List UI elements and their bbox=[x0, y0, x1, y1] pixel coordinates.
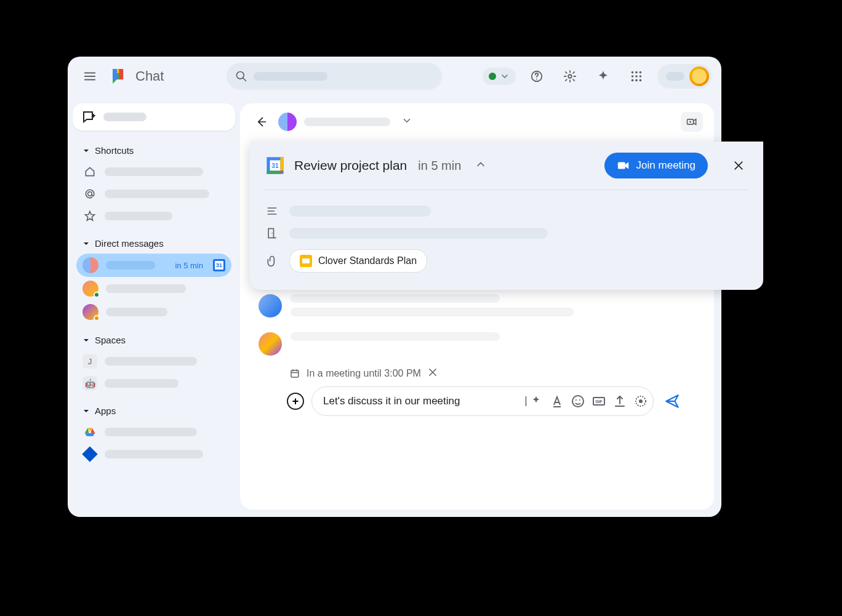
attachment-chip[interactable]: Clover Standards Plan bbox=[289, 249, 427, 273]
new-video-call-button[interactable] bbox=[681, 112, 703, 132]
help-button[interactable] bbox=[524, 64, 549, 89]
format-text-button[interactable] bbox=[550, 394, 564, 409]
location-placeholder bbox=[289, 228, 548, 239]
new-chat-label-placeholder bbox=[103, 113, 146, 121]
svg-text:GIF: GIF bbox=[595, 399, 603, 404]
status-close-button[interactable] bbox=[427, 367, 438, 380]
svg-point-12 bbox=[640, 71, 642, 74]
dm-header[interactable]: Direct messages bbox=[76, 233, 231, 254]
user-avatar bbox=[689, 66, 709, 86]
message-body bbox=[291, 294, 696, 321]
meeting-time: in 5 min bbox=[418, 159, 461, 173]
send-icon bbox=[664, 393, 680, 409]
caret-down-icon bbox=[82, 407, 90, 415]
top-bar: Chat bbox=[68, 57, 721, 96]
presence-active-icon bbox=[489, 73, 496, 80]
join-meeting-button[interactable]: Join meeting bbox=[604, 153, 708, 178]
message-row bbox=[259, 294, 696, 321]
dm-avatar bbox=[82, 304, 98, 320]
gif-button[interactable]: GIF bbox=[591, 394, 606, 409]
format-text-icon bbox=[550, 394, 564, 409]
emoji-button[interactable] bbox=[571, 394, 585, 409]
status-chip[interactable] bbox=[483, 68, 516, 85]
svg-rect-30 bbox=[281, 157, 284, 170]
meeting-attachment-row: Clover Standards Plan bbox=[265, 244, 748, 278]
new-chat-button[interactable] bbox=[73, 103, 235, 130]
message-body bbox=[291, 332, 696, 346]
dm-avatar bbox=[82, 281, 98, 297]
message-avatar bbox=[259, 332, 282, 356]
compose-add-button[interactable]: + bbox=[287, 393, 304, 410]
shortcut-label-placeholder bbox=[105, 190, 209, 198]
svg-point-9 bbox=[568, 74, 572, 78]
in-meeting-status-chip: In a meeting until 3:00 PM bbox=[289, 367, 438, 380]
meeting-description-row bbox=[265, 200, 748, 222]
meeting-title: Review project plan bbox=[294, 158, 407, 173]
svg-point-15 bbox=[640, 75, 642, 78]
chevron-down-icon bbox=[500, 71, 510, 81]
calendar-small-icon bbox=[289, 368, 300, 379]
apps-header[interactable]: Apps bbox=[76, 401, 231, 421]
space-name-placeholder bbox=[105, 379, 178, 388]
gemini-compose-button[interactable] bbox=[529, 394, 543, 409]
account-switcher[interactable] bbox=[657, 64, 712, 89]
dm-item[interactable] bbox=[76, 300, 231, 324]
video-plus-icon bbox=[686, 116, 698, 128]
record-button[interactable] bbox=[633, 394, 648, 409]
svg-point-14 bbox=[635, 75, 638, 78]
dm-label: Direct messages bbox=[95, 238, 164, 249]
new-chat-icon bbox=[81, 110, 96, 124]
main-menu-button[interactable] bbox=[78, 64, 102, 89]
compose-input[interactable]: Let's discuss it in our meeting GIF bbox=[311, 386, 654, 416]
space-avatar-letter: J bbox=[82, 354, 97, 369]
jira-icon bbox=[82, 447, 97, 462]
dm-item[interactable] bbox=[76, 277, 231, 300]
shortcuts-header[interactable]: Shortcuts bbox=[76, 140, 231, 161]
apps-label: Apps bbox=[95, 406, 116, 416]
chat-panel: 31 Review project plan in 5 min bbox=[240, 103, 714, 510]
svg-point-38 bbox=[579, 399, 580, 401]
status-text: In a meeting until 3:00 PM bbox=[307, 368, 421, 379]
svg-point-34 bbox=[271, 233, 273, 234]
back-button[interactable] bbox=[251, 112, 271, 132]
dm-item-active[interactable]: in 5 min bbox=[76, 254, 231, 277]
space-item[interactable]: 🤖 bbox=[76, 372, 231, 394]
account-label-placeholder bbox=[666, 72, 684, 81]
chat-menu-button[interactable] bbox=[401, 115, 412, 129]
spaces-header[interactable]: Spaces bbox=[76, 330, 231, 350]
svg-point-11 bbox=[635, 71, 638, 74]
app-item-drive[interactable] bbox=[76, 421, 231, 443]
app-item-jira[interactable] bbox=[76, 443, 231, 465]
slides-icon bbox=[300, 255, 312, 267]
svg-point-13 bbox=[632, 75, 634, 78]
gemini-button[interactable] bbox=[591, 64, 615, 89]
settings-button[interactable] bbox=[558, 64, 582, 89]
shortcut-mentions[interactable] bbox=[76, 183, 231, 205]
shortcut-home[interactable] bbox=[76, 161, 231, 183]
shortcut-label-placeholder bbox=[105, 212, 172, 220]
close-icon bbox=[427, 367, 438, 378]
search-box[interactable] bbox=[227, 63, 442, 90]
sparkle-icon bbox=[596, 70, 610, 83]
arrow-left-icon bbox=[255, 116, 267, 128]
app-window: Chat bbox=[68, 57, 721, 517]
send-button[interactable] bbox=[661, 390, 683, 412]
record-icon bbox=[633, 394, 648, 409]
shortcut-starred[interactable] bbox=[76, 205, 231, 227]
upload-button[interactable] bbox=[612, 394, 627, 409]
meeting-close-button[interactable] bbox=[729, 156, 748, 175]
dm-meeting-time: in 5 min bbox=[175, 261, 203, 270]
svg-point-36 bbox=[572, 396, 583, 407]
meeting-collapse-button[interactable] bbox=[475, 158, 487, 173]
spaces-label: Spaces bbox=[95, 335, 126, 345]
apps-grid-button[interactable] bbox=[624, 64, 649, 89]
help-icon bbox=[530, 70, 543, 83]
upload-icon bbox=[612, 394, 627, 409]
message-line-placeholder bbox=[291, 332, 500, 341]
svg-rect-29 bbox=[267, 171, 280, 174]
svg-point-42 bbox=[639, 399, 643, 403]
gif-icon: GIF bbox=[591, 394, 606, 409]
attachment-icon bbox=[265, 255, 279, 267]
svg-line-6 bbox=[243, 78, 246, 81]
space-item[interactable]: J bbox=[76, 350, 231, 372]
